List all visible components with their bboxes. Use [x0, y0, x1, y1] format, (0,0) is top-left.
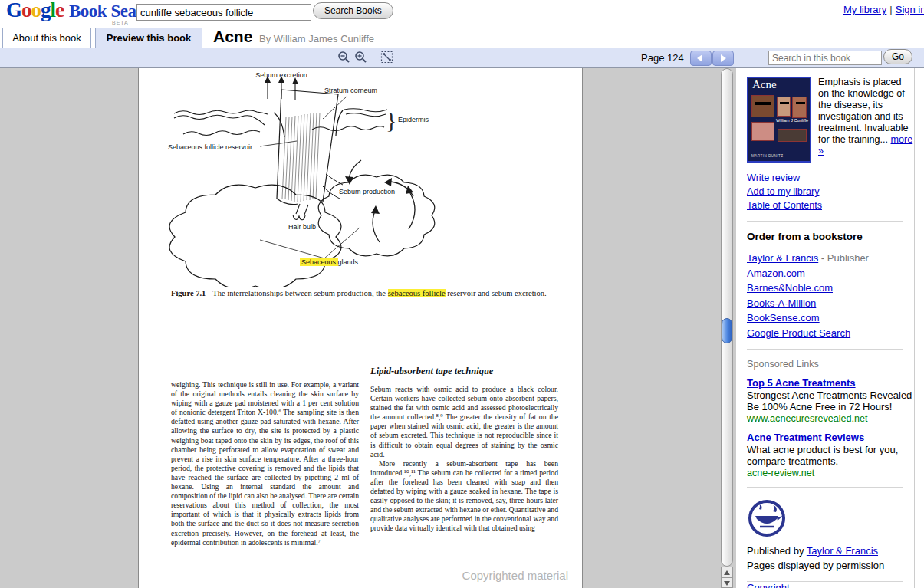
scroll-up-button[interactable]	[721, 567, 733, 577]
page-number-label: Page 124	[641, 52, 684, 64]
scrollbar-track[interactable]	[721, 68, 733, 567]
tab-preview-this-book[interactable]: Preview this book	[95, 28, 202, 49]
publisher-store-link[interactable]: Taylor & Francis	[747, 251, 818, 266]
ad-body: What acne product is best for you, compa…	[747, 444, 912, 467]
ad-body: Strongest Acne Treatments Revealed Be 10…	[747, 389, 912, 412]
cover-photo	[751, 95, 774, 117]
scroll-down-button[interactable]	[721, 577, 733, 588]
logo-letter: e	[55, 0, 64, 21]
sponsored-ad: Top 5 Acne Treatments Strongest Acne Tre…	[747, 377, 912, 424]
write-review-link[interactable]: Write review	[747, 171, 800, 185]
epidermis-brace: }	[386, 107, 396, 133]
published-by-text: Published by	[747, 545, 807, 557]
book-info-sidebar: Acne William J Cunliffe MARTIN DUNITZ	[736, 68, 924, 588]
figure-label: Figure 7.1	[171, 289, 206, 297]
tab-about-this-book[interactable]: About this book	[2, 28, 91, 48]
preview-toolbar: Page 124 Go	[0, 48, 924, 68]
google-book-search-window: GoogleBook Search BETA Search Books My l…	[0, 0, 924, 588]
publisher-section: Published by Taylor & Francis Pages disp…	[747, 497, 914, 573]
right-column-paragraph-1: Sebum reacts with osmic acid to produce …	[370, 385, 558, 459]
my-library-link[interactable]: My library	[843, 4, 886, 15]
ad-title-link[interactable]: Acne Treatment Reviews	[747, 432, 864, 443]
list-item: Taylor & Francis - Publisher	[747, 251, 914, 266]
sidebar-divider	[747, 349, 903, 350]
search-books-button[interactable]: Search Books	[313, 2, 393, 19]
left-arrow-icon	[697, 54, 702, 62]
diagram-label-hair-bulb: Hair bulb	[288, 223, 316, 231]
publisher-suffix: - Publisher	[818, 252, 869, 264]
sidebar-edge-divider	[914, 68, 915, 588]
list-item: Barnes&Noble.com	[747, 281, 914, 296]
left-sebaceous-gland-shape	[169, 185, 341, 287]
ad-title-link[interactable]: Top 5 Acne Treatments	[747, 377, 856, 389]
caption-search-highlight: sebaceous follicle	[388, 289, 446, 297]
booksense-link[interactable]: BookSense.com	[747, 310, 820, 326]
logo-letter: G	[6, 0, 21, 21]
page-column-left: weighing. This technique is still in use…	[171, 380, 359, 547]
caption-text: The interrelationships between sebum pro…	[212, 289, 387, 297]
page-column-right: Lipid-absorbent tape technique Sebum rea…	[370, 366, 558, 534]
cover-author: William J Cunliffe	[774, 118, 810, 123]
sidebar-divider	[747, 487, 903, 488]
figure-7-1-diagram: Sebum excretion	[153, 70, 582, 287]
bookstore-heading: Order from a bookstore	[747, 231, 914, 242]
book-title: Acne	[213, 28, 252, 46]
header-nav: My library|Sign in	[843, 4, 924, 15]
logo-letter: o	[31, 0, 41, 21]
ad-url: acne-review.net	[747, 468, 912, 478]
header: GoogleBook Search BETA Search Books My l…	[0, 0, 924, 27]
cover-title: Acne	[752, 78, 777, 91]
go-button[interactable]: Go	[883, 49, 912, 64]
amazon-link[interactable]: Amazon.com	[747, 266, 805, 281]
books-a-million-link[interactable]: Books-A-Million	[747, 296, 816, 311]
zoom-out-icon[interactable]	[337, 51, 350, 64]
figure-caption: Figure 7.1The interrelationships between…	[171, 289, 557, 299]
list-item: Google Product Search	[747, 326, 914, 341]
sidebar-actions: Write review Add to my library Table of …	[747, 171, 914, 212]
cover-rule	[785, 156, 807, 156]
search-in-book-input[interactable]	[768, 51, 882, 65]
up-arrow-icon	[724, 570, 730, 575]
page-scrollbar[interactable]	[718, 68, 736, 588]
taylor-francis-link[interactable]: Taylor & Francis	[807, 545, 878, 557]
previous-page-button[interactable]	[690, 51, 712, 66]
book-byline: By William James Cunliffe	[259, 33, 374, 44]
permission-line: Pages displayed by permission	[747, 558, 914, 573]
sponsored-ad: Acne Treatment Reviews What acne product…	[747, 432, 912, 478]
book-search-input[interactable]	[136, 4, 311, 21]
ad-url: www.acnecuresrevealed.net	[747, 413, 912, 424]
caption-text: reservoir and sebum excretion.	[446, 289, 547, 297]
section-heading: Lipid-absorbent tape technique	[370, 366, 558, 377]
cover-photo	[778, 129, 807, 142]
diagram-label-sebaceous-glands: Sebaceous glands	[301, 258, 359, 266]
book-page-scan: Sebum excretion	[138, 68, 583, 588]
logo-letter: o	[21, 0, 31, 21]
diagram-label-epidermis: Epidermis	[398, 116, 429, 123]
diagram-label-reservoir: Sebaceous follicle reservoir	[168, 143, 252, 151]
sign-in-link[interactable]: Sign in	[896, 4, 924, 15]
right-column-paragraph-2: More recently a sebum-absorbent tape has…	[370, 459, 558, 534]
fullscreen-icon[interactable]	[380, 51, 393, 64]
cover-photo	[777, 97, 791, 117]
google-product-search-link[interactable]: Google Product Search	[747, 326, 850, 341]
diagram-label-stratum-corneum: Stratum corneum	[324, 87, 377, 94]
list-item: Books-A-Million	[747, 296, 914, 311]
nav-separator: |	[889, 4, 892, 15]
barnes-noble-link[interactable]: Barnes&Noble.com	[747, 281, 833, 296]
scrollbar-thumb[interactable]	[722, 318, 732, 343]
logo-letter: g	[41, 0, 51, 21]
table-of-contents-link[interactable]: Table of Contents	[747, 199, 822, 212]
next-page-button[interactable]	[712, 51, 734, 66]
book-cover-thumbnail[interactable]: Acne William J Cunliffe MARTIN DUNITZ	[747, 77, 811, 163]
beta-label: BETA	[112, 20, 129, 25]
zoom-in-icon[interactable]	[354, 51, 367, 64]
sidebar-divider	[747, 221, 903, 222]
book-blurb: Emphasis is placed on the knowledge of t…	[818, 77, 914, 163]
diagram-label-sebum-production: Sebum production	[339, 188, 395, 195]
add-to-library-link[interactable]: Add to my library	[747, 185, 819, 199]
copyright-link[interactable]: Copyright	[747, 582, 790, 588]
list-item: Amazon.com	[747, 266, 914, 281]
down-arrow-icon	[724, 581, 730, 586]
copyrighted-material-watermark: Copyrighted material	[446, 569, 568, 582]
cover-imprint: MARTIN DUNITZ	[751, 154, 783, 158]
